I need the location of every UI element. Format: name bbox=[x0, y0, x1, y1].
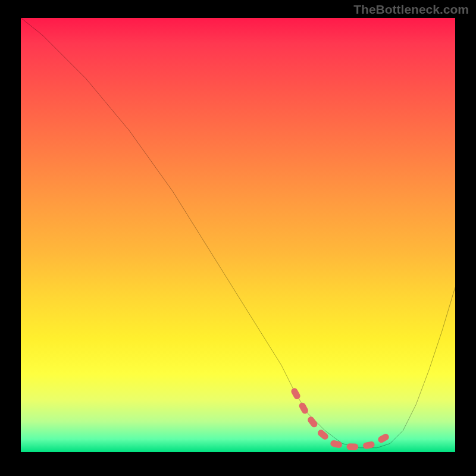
curve-group bbox=[21, 18, 455, 448]
plot-area bbox=[21, 18, 455, 452]
watermark-text: TheBottleneck.com bbox=[353, 2, 469, 17]
bottleneck-curve-line bbox=[21, 18, 455, 448]
chart-container: TheBottleneck.com bbox=[0, 0, 476, 476]
optimal-range-markers-group bbox=[295, 392, 386, 447]
optimal-range-dotted-line bbox=[295, 392, 386, 447]
chart-svg bbox=[21, 18, 455, 452]
